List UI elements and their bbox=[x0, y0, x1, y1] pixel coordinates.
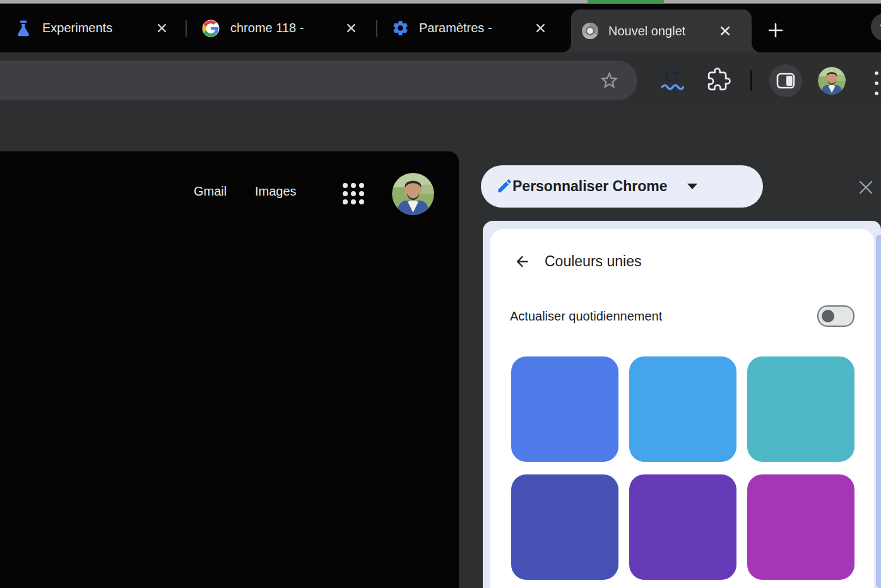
daily-refresh-toggle[interactable] bbox=[817, 305, 854, 327]
close-icon[interactable] bbox=[533, 21, 547, 35]
tab-flare bbox=[562, 44, 571, 52]
content-area: Gmail Images bbox=[0, 107, 881, 588]
tab-flare bbox=[752, 44, 760, 52]
extensions-button[interactable] bbox=[706, 66, 732, 93]
chevron-down-icon bbox=[687, 184, 697, 189]
google-apps-button[interactable] bbox=[341, 182, 365, 206]
toggle-knob bbox=[822, 310, 834, 322]
toolbar: LT bbox=[0, 52, 881, 107]
customize-chrome-dropdown[interactable]: Personnaliser Chrome bbox=[481, 165, 763, 208]
section-title: Couleurs unies bbox=[545, 253, 641, 270]
profile-avatar[interactable] bbox=[392, 173, 434, 215]
images-link[interactable]: Images bbox=[255, 184, 297, 199]
pencil-icon bbox=[496, 177, 513, 194]
color-swatch[interactable] bbox=[747, 474, 854, 580]
tab-search-button[interactable] bbox=[871, 13, 881, 41]
back-button[interactable] bbox=[514, 253, 531, 270]
side-panel: Couleurs unies Actualiser quotidiennemen… bbox=[483, 221, 881, 588]
languagetool-icon: LT bbox=[665, 70, 680, 83]
color-swatch[interactable] bbox=[629, 356, 736, 462]
bookmark-star-icon[interactable] bbox=[599, 70, 620, 91]
plus-icon bbox=[767, 21, 784, 39]
address-bar[interactable] bbox=[0, 61, 637, 100]
tab-experiments[interactable]: Experiments bbox=[15, 4, 112, 52]
puzzle-icon bbox=[707, 68, 731, 91]
tab-title: chrome 118 - bbox=[230, 21, 304, 35]
side-panel-icon bbox=[776, 73, 795, 89]
tab-title: Paramètres - bbox=[419, 21, 492, 35]
solid-colors-card: Couleurs unies Actualiser quotidiennemen… bbox=[490, 229, 874, 588]
color-swatch[interactable] bbox=[511, 356, 618, 462]
gear-icon bbox=[391, 19, 410, 37]
tab-chrome-118-close[interactable] bbox=[344, 4, 358, 52]
browser-menu-button[interactable] bbox=[870, 68, 881, 99]
tab-experiments-close[interactable] bbox=[155, 4, 169, 52]
chrome-logo-icon bbox=[581, 22, 599, 40]
new-tab-page: Gmail Images bbox=[0, 151, 459, 588]
side-panel-button[interactable] bbox=[769, 64, 802, 97]
tab-strip: Experiments chrome 118 - bbox=[0, 4, 881, 52]
close-icon bbox=[857, 179, 875, 196]
google-g-icon bbox=[202, 20, 220, 37]
panel-scrollbar[interactable] bbox=[876, 235, 881, 588]
flask-icon bbox=[15, 19, 32, 38]
wave-icon bbox=[661, 83, 684, 90]
profile-avatar[interactable] bbox=[818, 67, 846, 95]
color-swatch[interactable] bbox=[511, 474, 618, 580]
gmail-link[interactable]: Gmail bbox=[194, 184, 227, 199]
color-swatch[interactable] bbox=[747, 356, 854, 462]
tab-nouvel-onglet-active[interactable]: Nouvel onglet bbox=[571, 9, 752, 52]
tab-divider bbox=[186, 20, 187, 37]
close-icon[interactable] bbox=[344, 21, 358, 35]
side-panel-close-button[interactable] bbox=[856, 177, 876, 197]
tab-parametres[interactable]: Paramètres - bbox=[391, 4, 492, 52]
tab-title: Experiments bbox=[42, 21, 112, 35]
color-swatch-grid bbox=[511, 356, 854, 580]
close-icon[interactable] bbox=[718, 24, 732, 38]
languagetool-extension-button[interactable]: LT bbox=[659, 64, 687, 97]
chevron-down-icon bbox=[878, 21, 881, 33]
tab-chrome-118[interactable]: chrome 118 - bbox=[202, 4, 304, 52]
new-tab-button[interactable] bbox=[765, 20, 786, 41]
color-swatch[interactable] bbox=[629, 474, 736, 580]
kebab-menu-icon bbox=[874, 70, 879, 97]
close-icon[interactable] bbox=[155, 21, 169, 35]
tab-parametres-close[interactable] bbox=[533, 4, 547, 52]
daily-refresh-row: Actualiser quotidiennement bbox=[510, 303, 854, 329]
tab-divider bbox=[376, 20, 377, 37]
panel-title: Personnaliser Chrome bbox=[512, 178, 667, 195]
daily-refresh-label: Actualiser quotidiennement bbox=[510, 309, 662, 324]
apps-grid-icon bbox=[341, 182, 365, 206]
browser-window: Experiments chrome 118 - bbox=[0, 0, 881, 588]
tab-title: Nouvel onglet bbox=[608, 24, 717, 38]
toolbar-divider bbox=[750, 70, 752, 91]
top-strip-accent bbox=[588, 0, 664, 3]
